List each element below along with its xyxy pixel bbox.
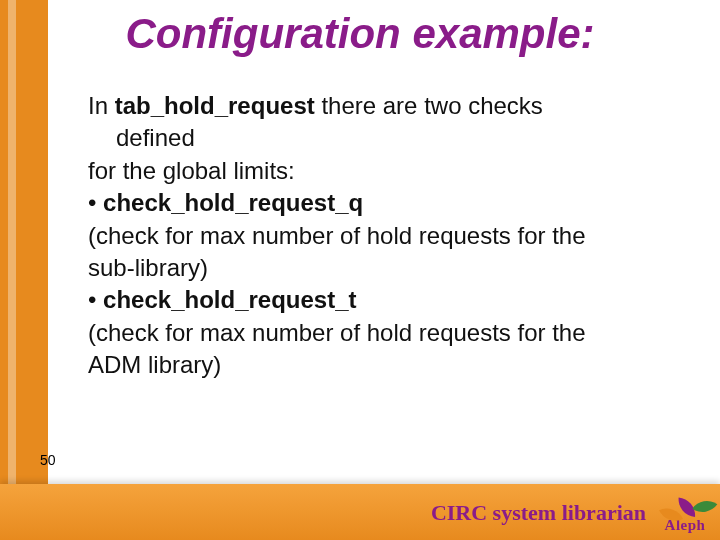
explain-1a: (check for max number of hold requests f… [88, 220, 668, 252]
keyword-check-hold-request-q: check_hold_request_q [103, 189, 363, 216]
body-line-1-cont: defined [116, 122, 668, 154]
bullet-glyph: • [88, 189, 103, 216]
keyword-check-hold-request-t: check_hold_request_t [103, 286, 356, 313]
text-fragment: In [88, 92, 115, 119]
text-fragment: there are two checks [315, 92, 543, 119]
explain-2a: (check for max number of hold requests f… [88, 317, 668, 349]
aleph-logo: Aleph [654, 488, 716, 534]
slide-body: In tab_hold_request there are two checks… [88, 90, 668, 382]
bullet-2: • check_hold_request_t [88, 284, 668, 316]
logo-mark-icon [663, 499, 707, 519]
bullet-glyph: • [88, 286, 103, 313]
explain-2b: ADM library) [88, 349, 668, 381]
slide-title: Configuration example: [0, 10, 720, 58]
body-line-1: In tab_hold_request there are two checks [88, 90, 668, 122]
keyword-tab-hold-request: tab_hold_request [115, 92, 315, 119]
explain-1b: sub-library) [88, 252, 668, 284]
footer-text: CIRC system librarian [431, 500, 646, 526]
page-number: 50 [40, 452, 56, 468]
bullet-1: • check_hold_request_q [88, 187, 668, 219]
body-line-2: for the global limits: [88, 155, 668, 187]
